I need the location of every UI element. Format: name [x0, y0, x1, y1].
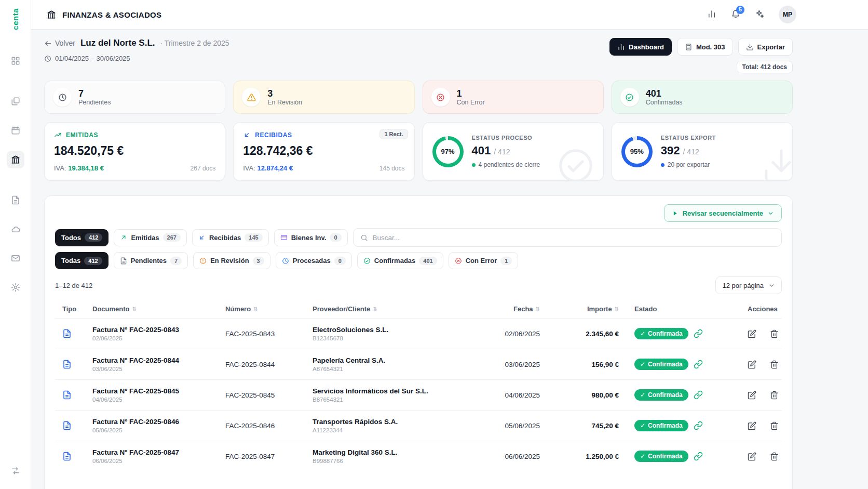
calculator-icon	[685, 43, 693, 51]
sort-icon: ⇅	[132, 306, 137, 312]
client-nif: A87654321	[313, 366, 343, 372]
check-circle-icon	[625, 93, 634, 102]
edit-icon[interactable]	[748, 329, 756, 338]
col-tipo: Tipo	[55, 305, 87, 313]
edit-icon[interactable]	[748, 452, 756, 461]
sidebar-item-documents[interactable]	[7, 92, 24, 110]
search-input[interactable]	[373, 234, 775, 242]
amount-cell: 156,90 €	[545, 361, 624, 368]
search-box	[353, 228, 782, 247]
notification-badge: 5	[736, 6, 744, 14]
card-title: ESTATUS EXPORT	[661, 135, 716, 141]
filter-chip-todos[interactable]: Todos412	[55, 229, 108, 246]
sidebar-item-settings[interactable]	[7, 279, 24, 296]
sort-icon: ⇅	[373, 306, 377, 312]
analytics-button[interactable]	[707, 9, 716, 20]
edit-icon[interactable]	[748, 391, 756, 400]
check-circle-icon	[363, 257, 371, 265]
stat-con-error: 1 Con Error	[423, 81, 604, 114]
card-estatus-export: 95% ESTATUS EXPORT 392 / 412 20 por expo…	[612, 122, 793, 181]
document-number: FAC-2025-0845	[220, 391, 307, 399]
stat-value: 3	[267, 88, 302, 99]
edit-icon[interactable]	[748, 421, 756, 430]
clock-icon	[58, 93, 67, 102]
col-importe[interactable]: Importe⇅	[545, 305, 624, 313]
download-icon	[746, 43, 754, 51]
col-acciones: Acciones	[742, 305, 783, 313]
app-logo-text: centa	[11, 8, 20, 30]
sidebar-item-transfer[interactable]	[7, 462, 24, 480]
delete-icon[interactable]	[770, 329, 779, 338]
card-title: ESTATUS PROCESO	[472, 135, 540, 141]
client-name: Marketing Digital 360 S.L.	[313, 448, 398, 456]
client-name: ElectroSoluciones S.L.	[313, 326, 388, 334]
export-button[interactable]: Exportar	[738, 38, 793, 56]
back-link[interactable]: Volver	[44, 39, 75, 47]
link-icon[interactable]	[694, 452, 703, 461]
user-avatar[interactable]: MP	[779, 6, 796, 23]
link-icon[interactable]	[694, 360, 703, 369]
sidebar-item-calendar[interactable]	[7, 122, 24, 139]
stat-en-revision: 3 En Revisión	[233, 81, 414, 114]
delete-icon[interactable]	[770, 360, 779, 369]
dashboard-button[interactable]: Dashboard	[609, 38, 672, 56]
sidebar-item-finanzas[interactable]	[7, 151, 24, 168]
page-title: Luz del Norte S.L.	[80, 38, 155, 48]
table-row[interactable]: Factura Nº FAC-2025-0846 05/06/2025 FAC-…	[55, 410, 782, 441]
edit-icon[interactable]	[748, 360, 756, 369]
table-row[interactable]: Factura Nº FAC-2025-0844 03/06/2025 FAC-…	[55, 349, 782, 379]
link-icon[interactable]	[694, 329, 703, 338]
table-row[interactable]: Factura Nº FAC-2025-0847 06/06/2025 FAC-…	[55, 441, 782, 471]
status-chip-confirmadas[interactable]: Confirmadas401	[357, 252, 443, 269]
sidebar-item-cloud[interactable]	[7, 220, 24, 238]
card-estatus-proceso: 97% ESTATUS PROCESO 401 / 412 4 pendient…	[423, 122, 604, 181]
recibidas-iva: 12.874,24 €	[257, 164, 293, 172]
table-row[interactable]: Factura Nº FAC-2025-0843 02/06/2025 FAC-…	[55, 318, 782, 349]
assistant-button[interactable]	[755, 9, 764, 20]
total-docs-badge: Total: 412 docs	[737, 61, 793, 73]
link-icon[interactable]	[694, 421, 703, 430]
document-number: FAC-2025-0847	[220, 453, 307, 460]
document-number: FAC-2025-0844	[220, 361, 307, 368]
status-chip-en-revision[interactable]: En Revisión3	[193, 252, 270, 269]
link-icon[interactable]	[694, 390, 703, 400]
client-name: Transportes Rápidos S.A.	[313, 418, 398, 426]
date-range: 01/04/2025 – 30/06/2025	[55, 55, 130, 62]
transfer-arrows-icon	[11, 466, 20, 475]
mod303-button[interactable]: Mod. 303	[677, 38, 733, 56]
col-documento[interactable]: Documento⇅	[87, 305, 220, 313]
amount-cell: 745,20 €	[545, 422, 624, 430]
per-page-select[interactable]: 12 por página	[715, 276, 782, 294]
status-chip-con-error[interactable]: Con Error1	[449, 252, 519, 269]
col-numero[interactable]: Número⇅	[220, 305, 307, 313]
sidebar: centa	[0, 0, 31, 489]
document-title: Factura Nº FAC-2025-0843	[92, 326, 179, 334]
notifications-button[interactable]: 5	[731, 9, 740, 20]
client-nif: B99887766	[313, 458, 343, 464]
delete-icon[interactable]	[770, 421, 779, 430]
arrow-down-left-icon	[243, 131, 251, 139]
stat-value: 7	[78, 88, 111, 99]
clock-icon	[282, 257, 289, 265]
filter-chip-bienes[interactable]: Bienes Inv.0	[274, 229, 348, 246]
table-row[interactable]: Factura Nº FAC-2025-0845 04/06/2025 FAC-…	[55, 379, 782, 410]
sidebar-item-mail[interactable]	[7, 249, 24, 267]
calendar-icon	[11, 126, 20, 135]
review-sequential-button[interactable]: Revisar secuencialmente	[664, 204, 782, 222]
summary-cards: EMITIDAS 184.520,75 € IVA: 19.384,18 € 2…	[44, 122, 793, 181]
export-percent: 95%	[630, 148, 644, 155]
col-proveedor[interactable]: Proveedor/Cliente⇅	[307, 305, 487, 313]
app-logo[interactable]: centa	[11, 0, 20, 48]
filter-chip-emitidas[interactable]: Emitidas267	[114, 229, 187, 246]
filter-chip-recibidas[interactable]: Recibidas145	[192, 229, 269, 246]
sidebar-item-dashboard[interactable]	[7, 52, 24, 70]
status-chip-pendientes[interactable]: Pendientes7	[114, 252, 188, 269]
delete-icon[interactable]	[770, 452, 779, 461]
col-fecha[interactable]: Fecha⇅	[487, 305, 545, 313]
sidebar-item-files[interactable]	[7, 191, 24, 209]
status-chip-procesadas[interactable]: Procesadas0	[276, 252, 352, 269]
delete-icon[interactable]	[770, 391, 779, 400]
status-chip-todas[interactable]: Todas412	[55, 252, 108, 269]
back-label: Volver	[55, 39, 75, 47]
blue-dot	[661, 163, 664, 167]
